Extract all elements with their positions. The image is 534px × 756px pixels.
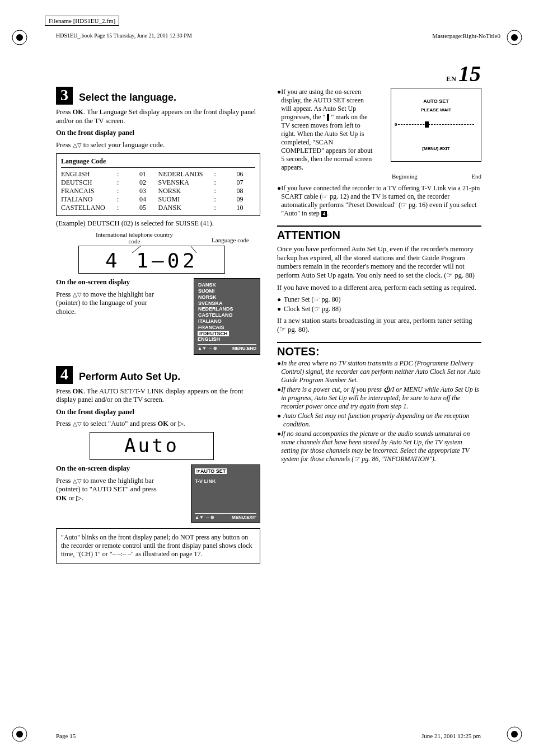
crop-mark-br — [505, 725, 524, 744]
osd-selected-deutsch: ☞DEUTSCH — [198, 331, 229, 336]
notes-heading: NOTES: — [277, 342, 481, 358]
svg-point-3 — [511, 34, 518, 41]
page-number: EN 15 — [446, 60, 481, 87]
step3-p2: Press △▽ to select your language code. — [56, 141, 260, 150]
step-3-number: 3 — [56, 87, 73, 105]
lang-row: SVENSKA:07 — [158, 179, 256, 187]
label-end: End — [471, 173, 481, 180]
crop-mark-bl — [10, 725, 29, 744]
progress-marker-icon — [425, 121, 429, 128]
lang-row: ENGLISH:01 — [61, 170, 158, 179]
triangle-up-down-icon: △▽ — [73, 292, 82, 298]
triangle-up-down-icon: △▽ — [73, 421, 82, 427]
attention-li2: ●Clock Set (☞ pg. 88) — [277, 305, 481, 313]
lang-row: DEUTSCH:02 — [61, 179, 158, 187]
lang-row: NEDERLANDS:06 — [158, 170, 256, 179]
masterpage-label: Masterpage:Right-NoTitle0 — [432, 32, 500, 39]
step4-p1: Press OK. The AUTO SET/T-V LINK display … — [56, 387, 260, 405]
osd-item-tvlink: T-V LINK — [195, 478, 256, 484]
step-ref-4-icon: 4 — [321, 211, 327, 217]
osd-language-menu: DANSKSUOMINORSKSVENSKANEDERLANDSCASTELLA… — [194, 278, 260, 354]
crop-mark-tr — [505, 28, 524, 47]
right-bullet-1: ●If you are using the on-screen display,… — [277, 88, 375, 172]
triangle-up-down-icon: △▽ — [73, 142, 82, 148]
osd-lang-item: NEDERLANDS — [198, 306, 256, 312]
autoset-pleasewait: PLEASE WAIT — [391, 107, 481, 112]
osd-autoset-menu: ☞AUTO SET T-V LINK ▲▼ → ⊗ MENU:EXIT — [191, 464, 260, 523]
lang-row: ITALIANO:04 — [61, 195, 158, 204]
attention-p1: Once you have performed Auto Set Up, eve… — [277, 245, 481, 280]
step-4-title: Perform Auto Set Up. — [79, 371, 180, 384]
lcd-display-4102: 4 1–02 — [78, 246, 225, 274]
osd-item-english: ENGLISH — [198, 336, 256, 342]
footer-date: June 21, 2001 12:25 pm — [421, 732, 481, 739]
step4-p3: Press △▽ to move the highlight bar (poin… — [56, 477, 157, 503]
step4-p2: Press △▽ to select "Auto" and press OK o… — [56, 420, 260, 429]
step3-p3: Press △▽ to move the highlight bar (poin… — [56, 290, 157, 317]
right-bullet-2: ● If you have connected the recorder to … — [277, 184, 481, 218]
language-code-table: Language Code ENGLISH:01DEUTSCH:02FRANCA… — [56, 153, 260, 216]
step3-example: (Example) DEUTSCH (02) is selected for S… — [56, 219, 260, 228]
label-beginning: Beginning — [392, 173, 418, 180]
step-3-header: 3 Select the language. — [56, 87, 260, 105]
svg-point-7 — [511, 731, 518, 738]
lang-row: SUOMI:09 — [158, 195, 256, 204]
note-item: ●If there is a power cut, or if you pres… — [277, 386, 481, 411]
svg-point-1 — [16, 34, 23, 41]
progress-zero: 0 — [395, 122, 397, 127]
footer-page: Page 15 — [56, 732, 76, 739]
attention-li1: ●Tuner Set (☞ pg. 80) — [277, 295, 481, 304]
osd-lang-item: CASTELLANO — [198, 312, 256, 318]
osd-nav-icons: ▲▼ → ⊗ — [198, 346, 217, 351]
osd-nav-icons: ▲▼ → ⊗ — [195, 515, 214, 520]
step-3-title: Select the language. — [79, 92, 176, 105]
step3-h1: On the front display panel — [56, 129, 260, 138]
crop-mark-tl — [10, 28, 29, 47]
autoset-menuexit: [MENU]:EXIT — [391, 146, 481, 151]
osd-lang-item: SVENSKA — [198, 300, 256, 307]
step-4-number: 4 — [56, 366, 73, 384]
autoset-title: AUTO SET — [391, 98, 481, 104]
osd-lang-item: FRANCAIS — [198, 325, 256, 331]
osd-lang-item: NORSK — [198, 294, 256, 300]
lang-row: NORSK:08 — [158, 187, 256, 195]
lang-code-label: Language code — [212, 237, 249, 243]
osd-lang-item: ITALIANO — [198, 318, 256, 325]
lang-row: CASTELLANO:05 — [61, 204, 158, 212]
progress-bar — [398, 124, 474, 125]
autoset-progress-screen: AUTO SET PLEASE WAIT 0 [MENU]:EXIT — [391, 88, 481, 162]
osd-menu-end: MENU:END — [232, 346, 256, 351]
svg-text:4 1–02: 4 1–02 — [105, 249, 198, 272]
lcd-display-auto: Auto — [90, 432, 214, 460]
attention-p3: If a new station starts broadcasting in … — [277, 317, 481, 334]
filename-box: Filename [HDS1EU_2.fm] — [45, 16, 119, 26]
note-item: ●Auto Clock Set may not function properl… — [277, 412, 481, 429]
svg-point-5 — [16, 731, 23, 738]
osd-lang-item: SUOMI — [198, 288, 256, 294]
attention-p2: If you have moved to a different area, p… — [277, 284, 481, 293]
step4-h1: On the front display panel — [56, 408, 260, 417]
triangle-up-down-icon: △▽ — [73, 478, 82, 484]
lang-row: FRANCAIS:03 — [61, 187, 158, 195]
lang-row: DANSK:10 — [158, 204, 256, 212]
osd-menu-exit: MENU:EXIT — [232, 515, 256, 520]
book-line: HDS1EU_.book Page 15 Thursday, June 21, … — [56, 32, 192, 39]
step4-note-box: "Auto" blinks on the front display panel… — [56, 528, 260, 564]
step3-p1: Press OK. The Language Set display appea… — [56, 108, 260, 125]
osd-lang-item: DANSK — [198, 282, 256, 288]
step-4-header: 4 Perform Auto Set Up. — [56, 366, 260, 384]
note-item: ●If no sound accompanies the picture or … — [277, 430, 481, 463]
language-code-header: Language Code — [61, 157, 255, 168]
note-item: ●In the area where no TV station transmi… — [277, 359, 481, 384]
intl-code-label: International telephone country code — [90, 231, 179, 245]
attention-heading: ATTENTION — [277, 226, 481, 242]
osd-selected-autoset: ☞AUTO SET — [195, 468, 227, 474]
